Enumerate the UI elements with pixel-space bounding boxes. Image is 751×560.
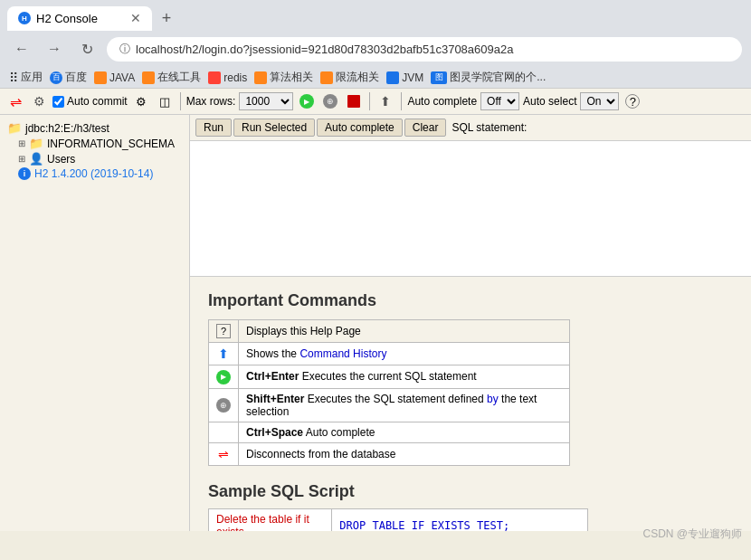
sample-desc-1: Delete the table if it exists (209, 508, 332, 531)
sidebar-users-label: Users (47, 153, 75, 166)
sidebar-users[interactable]: ⊞ 👤 Users (16, 151, 184, 166)
sql-editor[interactable] (190, 141, 751, 277)
bookmark-redis[interactable]: redis (208, 71, 247, 84)
export-icon: ⬆ (380, 94, 391, 109)
sample-sql-title: Sample SQL Script (208, 482, 733, 501)
bookmark-jvm[interactable]: JVM (386, 71, 423, 84)
bookmark-tuling[interactable]: 图 图灵学院官网的个... (431, 70, 546, 85)
autocomplete-icon-cell (209, 422, 239, 442)
bookmark-tuling-label: 图灵学院官网的个... (450, 70, 546, 85)
run-selected-button[interactable]: Run Selected (233, 119, 315, 137)
bookmark-algo-label: 算法相关 (270, 70, 313, 85)
bookmark-algo[interactable]: 算法相关 (254, 70, 313, 85)
run-green-icon: ▶ (216, 370, 231, 384)
bookmark-redis-icon (208, 71, 221, 84)
settings-icon: ⚙ (136, 95, 147, 109)
tab-close-button[interactable]: ✕ (130, 12, 141, 24)
table-row: ⊕ Shift+Enter Executes the SQL statement… (209, 388, 570, 422)
clear-history-btn[interactable]: ◫ (155, 91, 175, 111)
version-info-icon: i (18, 167, 31, 180)
settings-toolbar-btn[interactable]: ⚙ (131, 91, 151, 111)
bookmark-tools-label: 在线工具 (157, 70, 201, 85)
refresh-toolbar-btn[interactable]: ⚙ (29, 91, 49, 111)
users-icon: 👤 (29, 152, 43, 166)
bookmark-jvm-icon (386, 71, 399, 84)
refresh-button[interactable]: ↻ (74, 36, 100, 62)
run-shift-icon: ⊕ (323, 94, 337, 109)
stop-btn[interactable] (344, 91, 364, 111)
sample-table: Delete the table if it exists DROP TABLE… (208, 508, 588, 532)
auto-select-select[interactable]: On Off (580, 92, 619, 110)
bookmark-algo-icon (254, 71, 267, 84)
url-text: localhost/h2/login.do?jsessionid=921d80d… (136, 43, 513, 56)
active-tab[interactable]: H H2 Console ✕ (7, 6, 152, 31)
address-bar[interactable]: ⓘ localhost/h2/login.do?jsessionid=921d8… (107, 37, 742, 62)
sidebar: 📁 jdbc:h2:E:/h3/test ⊞ 📁 INFORMATION_SCH… (0, 115, 190, 531)
bookmark-baidu-icon: 百 (50, 71, 62, 84)
table-row: ? Displays this Help Page (209, 320, 570, 343)
bookmark-tools-icon (142, 71, 155, 84)
autocomplete-desc: Ctrl+Space Auto complete (239, 422, 570, 442)
sidebar-info-schema[interactable]: ⊞ 📁 INFORMATION_SCHEMA (16, 136, 184, 151)
bookmarks-bar: ⠿ 应用 百 百度 JAVA 在线工具 redis 算法相关 限流相关 (0, 67, 751, 89)
mag-symbol: ⊕ (327, 97, 334, 106)
browser-window: H H2 Console ✕ + ← → ↻ ⓘ localhost/h2/lo… (0, 0, 751, 531)
tab-bar: H H2 Console ✕ + (0, 0, 751, 31)
max-rows-select[interactable]: 1000 100 500 10000 (239, 92, 293, 110)
bookmark-java[interactable]: JAVA (94, 71, 135, 84)
stop-icon (347, 95, 360, 108)
export-btn[interactable]: ⬆ (376, 91, 395, 111)
auto-commit-label: Auto commit (67, 95, 128, 108)
auto-complete-button[interactable]: Auto complete (317, 119, 403, 137)
auto-commit-checkbox-label[interactable]: Auto commit (52, 95, 128, 108)
auto-commit-checkbox[interactable] (52, 96, 64, 108)
run-button[interactable]: Run (195, 119, 232, 137)
bookmark-baidu[interactable]: 百 百度 (50, 70, 87, 85)
bookmark-java-label: JAVA (109, 71, 135, 84)
lock-icon: ⓘ (119, 42, 130, 57)
table-row: ⬆ Shows the Command History (209, 343, 570, 365)
max-rows-label: Max rows: (186, 95, 236, 108)
clear-history-icon: ◫ (159, 95, 170, 109)
shift-enter-desc: Shift+Enter Executes the SQL statement d… (239, 388, 570, 422)
sidebar-connection[interactable]: 📁 jdbc:h2:E:/h3/test (5, 120, 184, 136)
app-layout: 📁 jdbc:h2:E:/h3/test ⊞ 📁 INFORMATION_SCH… (0, 115, 751, 531)
bookmark-baidu-label: 百度 (65, 70, 87, 85)
shift-enter-icon: ⊕ (216, 398, 231, 413)
help-icon: ? (625, 94, 640, 109)
sql-toolbar: Run Run Selected Auto complete Clear SQL… (190, 115, 751, 141)
bookmark-tools[interactable]: 在线工具 (142, 70, 201, 85)
clear-button[interactable]: Clear (404, 119, 447, 137)
bookmark-ratelimit-label: 限流相关 (336, 70, 379, 85)
history-icon-cell: ⬆ (209, 343, 239, 365)
bookmark-tuling-icon: 图 (431, 71, 447, 84)
help-icon-cell: ? (209, 320, 239, 343)
commands-table: ? Displays this Help Page ⬆ Shows the Co… (208, 319, 570, 466)
help-desc: Displays this Help Page (239, 320, 570, 343)
bookmark-ratelimit[interactable]: 限流相关 (320, 70, 379, 85)
run-shift-btn[interactable]: ⊕ (320, 91, 340, 111)
bookmark-redis-label: redis (223, 71, 247, 84)
run-green-btn[interactable]: ▶ (297, 91, 317, 111)
table-row: ⇌ Disconnects from the database (209, 442, 570, 465)
connection-folder-icon: 📁 (7, 121, 22, 135)
auto-select-label: Auto select (523, 95, 576, 108)
help-toolbar-btn[interactable]: ? (623, 91, 642, 111)
run-play-icon: ▶ (304, 98, 309, 106)
table-row: ▶ Ctrl+Enter Executes the current SQL st… (209, 365, 570, 389)
sidebar-version-label: H2 1.4.200 (2019-10-14) (34, 167, 153, 180)
shift-enter-icon-cell: ⊕ (209, 388, 239, 422)
folder-icon-info: 📁 (29, 137, 43, 150)
toolbar-separator-1 (180, 92, 181, 110)
auto-complete-select[interactable]: Off On (480, 92, 519, 110)
new-tab-button[interactable]: + (154, 5, 179, 31)
main-content: Run Run Selected Auto complete Clear SQL… (190, 115, 751, 531)
back-button[interactable]: ← (9, 36, 34, 62)
bookmark-apps[interactable]: ⠿ 应用 (9, 70, 43, 85)
bookmark-java-icon (94, 71, 107, 84)
disconnect-table-icon: ⇌ (218, 447, 229, 461)
disconnect-toolbar-btn[interactable]: ⇌ (5, 91, 25, 111)
address-bar-row: ← → ↻ ⓘ localhost/h2/login.do?jsessionid… (0, 31, 751, 67)
run-icon: ▶ (299, 94, 314, 109)
forward-button[interactable]: → (42, 36, 67, 62)
